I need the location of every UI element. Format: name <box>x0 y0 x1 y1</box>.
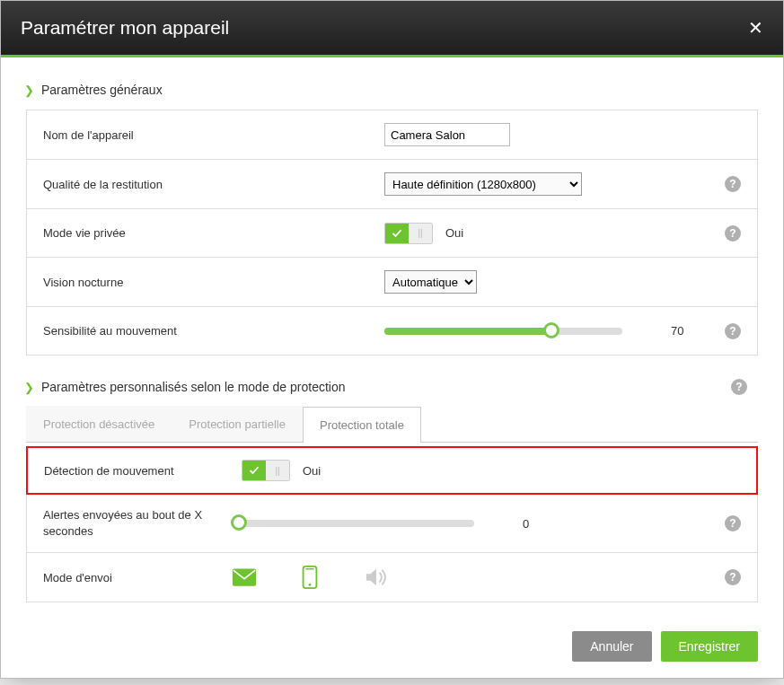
protection-tabs: Protection désactivée Protection partiel… <box>26 406 758 443</box>
email-icon[interactable] <box>232 567 257 587</box>
close-icon[interactable]: ✕ <box>748 17 763 39</box>
save-button[interactable]: Enregistrer <box>661 631 758 662</box>
row-privacy: Mode vie privée || Oui ? <box>27 209 757 258</box>
alert-delay-slider[interactable] <box>232 520 474 527</box>
section-custom: ❯ Paramètres personnalisés selon le mode… <box>21 379 763 602</box>
help-icon[interactable]: ? <box>725 515 741 531</box>
modal-footer: Annuler Enregistrer <box>1 617 783 678</box>
device-settings-modal: Paramétrer mon appareil ✕ ❯ Paramètres g… <box>0 0 784 679</box>
cancel-button[interactable]: Annuler <box>572 631 651 662</box>
row-quality: Qualité de la restitution Haute définiti… <box>27 160 757 209</box>
row-nightvision: Vision nocturne Automatique <box>27 258 757 307</box>
section-general-title: Paramètres généraux <box>41 83 163 97</box>
section-general-header[interactable]: ❯ Paramètres généraux <box>24 83 763 97</box>
device-name-input[interactable] <box>384 123 510 146</box>
chevron-right-icon: ❯ <box>24 83 34 97</box>
tab-protection-total[interactable]: Protection totale <box>303 407 421 443</box>
motion-value: Oui <box>303 464 321 478</box>
custom-panel: Alertes envoyées au bout de X secondes 0… <box>26 495 758 602</box>
row-send-mode: Mode d'envoi <box>27 553 757 602</box>
sensitivity-label: Sensibilité au mouvement <box>43 324 384 338</box>
tab-protection-off[interactable]: Protection désactivée <box>26 406 172 442</box>
svg-rect-0 <box>233 569 256 586</box>
svg-point-2 <box>309 584 312 586</box>
motion-label: Détection de mouvement <box>44 464 242 478</box>
help-icon[interactable]: ? <box>725 176 741 192</box>
mobile-icon[interactable] <box>302 566 318 589</box>
help-icon[interactable]: ? <box>725 569 741 585</box>
chevron-right-icon: ❯ <box>24 381 34 394</box>
motion-toggle[interactable]: || <box>242 460 290 481</box>
sensitivity-slider[interactable] <box>384 328 622 335</box>
help-icon[interactable]: ? <box>725 323 741 339</box>
row-alert-delay: Alertes envoyées au bout de X secondes 0… <box>27 495 757 553</box>
privacy-toggle[interactable]: || <box>384 223 433 244</box>
row-motion-detection: Détection de mouvement || Oui <box>26 446 758 495</box>
help-icon[interactable]: ? <box>725 225 741 242</box>
help-icon[interactable]: ? <box>731 379 747 395</box>
privacy-value: Oui <box>445 226 463 240</box>
nightvision-select[interactable]: Automatique <box>384 270 477 294</box>
quality-label: Qualité de la restitution <box>43 178 384 191</box>
alert-delay-label: Alertes envoyées au bout de X secondes <box>43 507 232 540</box>
nightvision-label: Vision nocturne <box>43 276 384 289</box>
quality-select[interactable]: Haute définition (1280x800) <box>384 172 582 196</box>
sound-icon[interactable] <box>363 567 388 587</box>
section-custom-title: Paramètres personnalisés selon le mode d… <box>41 380 346 394</box>
modal-header: Paramétrer mon appareil ✕ <box>1 1 783 55</box>
send-mode-label: Mode d'envoi <box>43 571 232 584</box>
modal-body: ❯ Paramètres généraux Nom de l'appareil … <box>1 57 783 617</box>
modal-title: Paramétrer mon appareil <box>21 17 229 39</box>
general-panel: Nom de l'appareil Qualité de la restitut… <box>26 110 758 356</box>
row-sensitivity: Sensibilité au mouvement 70 ? <box>27 307 757 356</box>
tab-protection-partial[interactable]: Protection partielle <box>172 406 303 442</box>
alert-delay-value: 0 <box>523 517 559 531</box>
privacy-label: Mode vie privée <box>43 226 384 240</box>
device-name-label: Nom de l'appareil <box>43 128 384 142</box>
sensitivity-value: 70 <box>671 324 707 338</box>
row-device-name: Nom de l'appareil <box>27 110 757 160</box>
